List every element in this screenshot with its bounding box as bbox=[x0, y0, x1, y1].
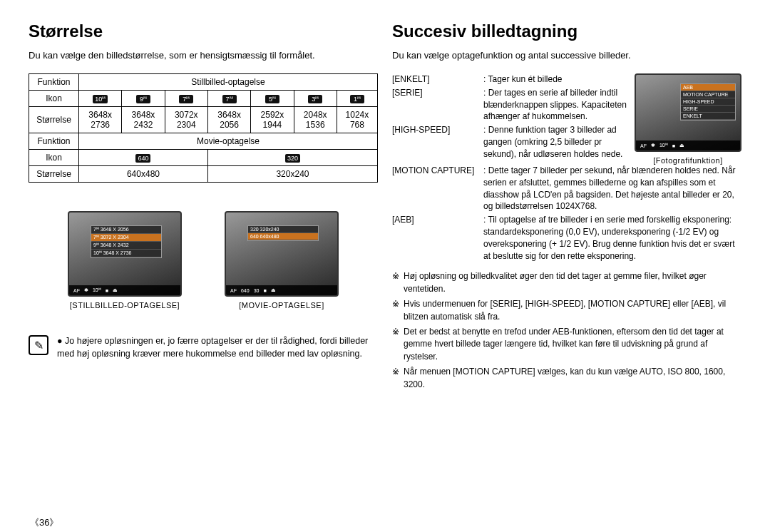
menu-row: ENKELT bbox=[681, 113, 735, 120]
status-item: ✱ bbox=[651, 143, 655, 148]
status-item: 640 bbox=[241, 288, 250, 293]
row-label-ikon2: Ikon bbox=[29, 150, 79, 166]
lcd-movie: 320 320x240 640 640x480 AF 640 30 ■ ⏏ bbox=[225, 211, 339, 297]
dim-cell: 2048x 1536 bbox=[294, 107, 337, 133]
row-label-storrelse2: Størrelse bbox=[29, 166, 79, 183]
status-item: AF bbox=[640, 143, 647, 148]
status-item: AF bbox=[73, 288, 80, 293]
def-desc-motion: : Dette tager 7 billeder per sekund, når… bbox=[483, 165, 741, 213]
menu-row-selected: 7ᴹ 3072 X 2304 bbox=[91, 234, 161, 242]
row-label-funktion: Funktion bbox=[29, 74, 79, 91]
menu-row-selected: 640 640x480 bbox=[248, 233, 318, 240]
status-item: ■ bbox=[263, 288, 266, 293]
movie-dim: 320x240 bbox=[207, 166, 377, 183]
lcd-menu-fotografi: AEB MOTION CAPTURE HIGH-SPEED SERIE ENKE… bbox=[680, 83, 736, 121]
menu-row: 9ᴹ 3648 X 2432 bbox=[91, 242, 161, 250]
def-term-motion: [MOTION CAPTURE] bbox=[392, 165, 483, 213]
size-icon: 10ᴹ bbox=[93, 95, 108, 103]
size-table: Funktion Stillbilled-optagelse Ikon 10ᴹ … bbox=[29, 73, 378, 183]
def-term-aeb: [AEB] bbox=[392, 214, 483, 262]
still-header: Stillbilled-optagelse bbox=[79, 74, 378, 91]
movie-icon: 320 bbox=[285, 154, 300, 163]
dim-cell: 1024x 768 bbox=[337, 107, 377, 133]
lcd-statusbar: AF ✱ 10ᴹ ■ ⏏ bbox=[636, 140, 740, 150]
def-desc-aeb: : Til optagelse af tre billeder i en ser… bbox=[483, 214, 741, 262]
bullet-1: Høj opløsning og billedkvalitet øger den… bbox=[404, 270, 741, 295]
lcd-statusbar: AF 640 30 ■ ⏏ bbox=[226, 285, 337, 295]
size-icon: 3ᴹ bbox=[308, 95, 322, 103]
def-term-highspeed: [HIGH-SPEED] bbox=[392, 124, 483, 160]
row-label-storrelse: Størrelse bbox=[29, 107, 79, 133]
size-icon: 1ᴹ bbox=[350, 95, 364, 103]
row-label-ikon: Ikon bbox=[29, 91, 79, 107]
note-text: ● Jo højere opløsningen er, jo færre opt… bbox=[57, 335, 378, 360]
bullet-3: Det er bedst at benytte en trefod under … bbox=[404, 326, 741, 363]
left-intro: Du kan vælge den billedstørrelse, som er… bbox=[29, 50, 378, 61]
size-icon: 9ᴹ bbox=[136, 95, 150, 103]
dim-cell: 3648x 2056 bbox=[207, 107, 250, 133]
status-item: ✱ bbox=[84, 287, 88, 293]
dim-cell: 3072x 2304 bbox=[165, 107, 207, 133]
right-title: Succesiv billedtagning bbox=[392, 21, 741, 41]
size-icon: 7ᴹ bbox=[222, 95, 237, 103]
status-item: ■ bbox=[672, 143, 675, 148]
note-body: Jo højere opløsningen er, jo færre optag… bbox=[57, 336, 368, 359]
dim-cell: 3648x 2432 bbox=[122, 107, 165, 133]
size-icon: 7ᴹ bbox=[179, 95, 193, 103]
bullet-2: Hvis undermenuen for [SERIE], [HIGH-SPEE… bbox=[404, 298, 741, 323]
row-label-funktion2: Funktion bbox=[29, 133, 79, 150]
status-item: AF bbox=[230, 288, 237, 293]
movie-dim: 640x480 bbox=[79, 166, 208, 183]
status-item: ⏏ bbox=[679, 143, 684, 148]
status-item: 10ᴹ bbox=[659, 143, 668, 148]
bullet-icon: ※ bbox=[392, 326, 399, 363]
lcd-menu-still: 7ᴹ 3648 X 2056 7ᴹ 3072 X 2304 9ᴹ 3648 X … bbox=[91, 225, 162, 258]
def-term-enkelt: [ENKELT] bbox=[392, 73, 483, 86]
menu-row: MOTION CAPTURE bbox=[681, 91, 735, 98]
status-item: ⏏ bbox=[271, 287, 276, 293]
thumb-caption-movie: [MOVIE-OPTAGELSE] bbox=[225, 301, 339, 310]
def-desc-enkelt: : Tager kun ét billede bbox=[483, 73, 629, 86]
menu-row: 7ᴹ 3648 X 2056 bbox=[91, 226, 161, 234]
bullet-icon: ※ bbox=[392, 298, 399, 323]
lcd-statusbar: AF ✱ 10ᴹ ■ ⏏ bbox=[69, 285, 180, 295]
status-item: ■ bbox=[106, 288, 108, 293]
def-term-serie: [SERIE] bbox=[392, 87, 483, 123]
status-item: 10ᴹ bbox=[93, 287, 101, 293]
menu-row: SERIE bbox=[681, 106, 735, 113]
thumb-caption-still: [STILLBILLED-OPTAGELSE] bbox=[68, 301, 182, 310]
right-intro: Du kan vælge optagefunktion og antal suc… bbox=[392, 50, 741, 61]
dim-cell: 2592x 1944 bbox=[251, 107, 294, 133]
lcd-still: 7ᴹ 3648 X 2056 7ᴹ 3072 X 2304 9ᴹ 3648 X … bbox=[68, 211, 182, 297]
bullet-icon: ※ bbox=[392, 270, 399, 295]
def-desc-serie: : Der tages en serie af billeder indtil … bbox=[483, 87, 629, 123]
page-number: 《36》 bbox=[30, 516, 58, 529]
movie-header: Movie-optagelse bbox=[79, 133, 378, 150]
bullet-4: Når menuen [MOTION CAPTURE] vælges, kan … bbox=[404, 366, 741, 391]
menu-row: HIGH-SPEED bbox=[681, 98, 735, 106]
status-item: 30 bbox=[254, 288, 260, 293]
note-icon: ✎ bbox=[29, 335, 48, 355]
status-item: ⏏ bbox=[113, 287, 118, 293]
menu-row-selected: AEB bbox=[681, 84, 735, 91]
size-icon: 5ᴹ bbox=[265, 95, 279, 103]
left-title: Størrelse bbox=[29, 21, 378, 41]
dim-cell: 3648x 2736 bbox=[79, 107, 122, 133]
menu-row: 320 320x240 bbox=[248, 226, 318, 233]
bullet-icon: ※ bbox=[392, 366, 399, 391]
movie-icon: 640 bbox=[135, 154, 150, 163]
thumb-caption-fotografi: [Fotografifunktion] bbox=[635, 156, 741, 165]
menu-row: 10ᴹ 3648 X 2736 bbox=[91, 250, 161, 257]
def-desc-highspeed: : Denne funktion tager 3 billeder ad gan… bbox=[483, 124, 629, 160]
lcd-fotografi: AEB MOTION CAPTURE HIGH-SPEED SERIE ENKE… bbox=[635, 73, 741, 152]
lcd-menu-movie: 320 320x240 640 640x480 bbox=[247, 225, 319, 241]
